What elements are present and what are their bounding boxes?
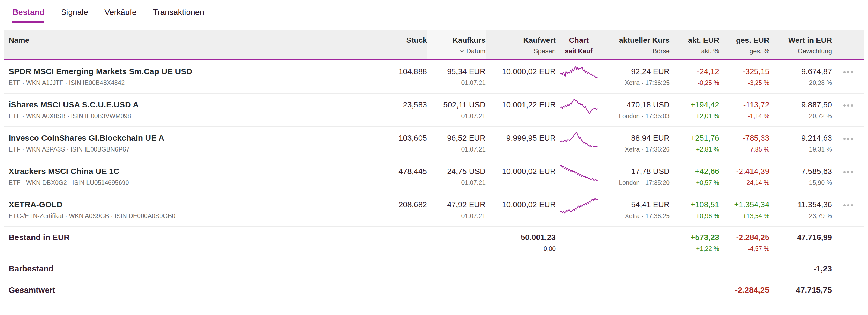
table-row: iShares MSCI USA S.C.U.E.USD A ETF · WKN… xyxy=(4,94,864,127)
akt-pct-value: +2,01 % xyxy=(670,113,719,119)
instrument-name-link[interactable]: XETRA-GOLD xyxy=(9,201,381,209)
kaufkurs-cell: 502,11 USD 01.07.21 xyxy=(427,94,486,127)
tab-transaktionen[interactable]: Transaktionen xyxy=(153,8,204,23)
row-more-options-button[interactable] xyxy=(842,103,854,108)
summary-akt-eur-value: +573,23 xyxy=(670,233,719,241)
kaufwert-value: 10.000,02 EUR xyxy=(486,201,556,209)
wert-cell: 9.674,87 20,28 % xyxy=(769,60,832,93)
akt-eur-value: +251,76 xyxy=(670,134,719,142)
sparkline-chart xyxy=(560,131,598,148)
wert-value: 9.674,87 xyxy=(769,67,832,75)
akt-pct-value: +2,81 % xyxy=(670,146,719,153)
gewichtung-value: 23,79 % xyxy=(769,213,832,219)
kaufwert-cell: 10.000,02 EUR xyxy=(486,194,556,226)
column-header-stueck[interactable]: Stück xyxy=(381,30,427,59)
name-cell: Invesco CoinShares Gl.Blockchain UE A ET… xyxy=(4,127,381,160)
barbestand-wert-cell: -1,23 xyxy=(769,265,832,273)
row-more-options-button[interactable] xyxy=(842,70,854,74)
column-label: Kaufkurs xyxy=(427,36,486,44)
table-row: Invesco CoinShares Gl.Blockchain UE A ET… xyxy=(4,127,864,160)
stueck-cell: 23,583 xyxy=(381,94,427,127)
sparkline-chart xyxy=(560,65,598,81)
gesamtwert-wert-value: 47.715,75 xyxy=(769,286,832,294)
column-sublabel: akt. % xyxy=(701,48,719,55)
column-header-ges-eur[interactable]: ges. EUR ges. % xyxy=(719,30,769,59)
stueck-value: 103,605 xyxy=(381,134,427,142)
column-header-kaufkurs[interactable]: Kaufkurs Datum xyxy=(427,30,486,59)
gewichtung-value: 20,28 % xyxy=(769,79,832,86)
menu-cell xyxy=(832,94,864,127)
tab-signale[interactable]: Signale xyxy=(61,8,88,23)
akt-eur-cell: +251,76 +2,81 % xyxy=(670,127,719,160)
ges-eur-cell: -785,33 -7,85 % xyxy=(719,127,769,160)
column-header-name[interactable]: Name xyxy=(4,30,381,59)
instrument-details: ETF · WKN A0X8SB · ISIN IE00B3VWM098 xyxy=(9,113,381,119)
column-header-wert-in-eur[interactable]: Wert in EUR Gewichtung xyxy=(769,30,832,59)
name-cell: XETRA-GOLD ETC-/ETN-Zertifikat · WKN A0S… xyxy=(4,194,381,226)
kauf-datum: 01.07.21 xyxy=(427,79,486,86)
column-label: ges. EUR xyxy=(719,36,769,44)
column-header-kaufwert[interactable]: Kaufwert Spesen xyxy=(486,30,556,59)
sparkline-chart xyxy=(560,198,598,215)
wert-value: 9.887,50 xyxy=(769,101,832,109)
kaufkurs-value: 96,52 EUR xyxy=(427,134,486,142)
wert-value: 7.585,63 xyxy=(769,167,832,175)
column-header-akt-eur[interactable]: akt. EUR akt. % xyxy=(670,30,719,59)
boerse-zeit: Xetra · 17:36:26 xyxy=(602,146,670,153)
bestand-in-eur-label: Bestand in EUR xyxy=(9,233,381,241)
summary-wert-cell: 47.716,99 xyxy=(769,227,832,258)
summary-label-cell: Bestand in EUR xyxy=(4,227,381,258)
row-more-options-button[interactable] xyxy=(842,203,854,208)
stueck-cell: 208,682 xyxy=(381,194,427,226)
tab-bestand[interactable]: Bestand xyxy=(12,8,44,23)
portfolio-tabs: Bestand Signale Verkäufe Transaktionen xyxy=(0,0,868,23)
kauf-datum: 01.07.21 xyxy=(427,146,486,153)
kaufwert-value: 10.000,02 EUR xyxy=(486,167,556,175)
instrument-name-link[interactable]: Invesco CoinShares Gl.Blockchain UE A xyxy=(9,134,381,142)
barbestand-row: Barbestand -1,23 xyxy=(4,258,864,279)
stueck-value: 104,888 xyxy=(381,67,427,75)
ges-eur-cell: -2.414,39 -24,14 % xyxy=(719,160,769,193)
barbestand-label-cell: Barbestand xyxy=(4,264,381,273)
instrument-name-link[interactable]: iShares MSCI USA S.C.U.E.USD A xyxy=(9,101,381,109)
akt-eur-cell: +108,51 +0,96 % xyxy=(670,194,719,226)
kauf-datum: 01.07.21 xyxy=(427,179,486,186)
summary-spesen-value: 0,00 xyxy=(486,245,556,252)
kaufwert-value: 10.000,02 EUR xyxy=(486,67,556,75)
wert-value: 11.354,36 xyxy=(769,201,832,209)
summary-ges-eur-cell: -2.284,25 -4,57 % xyxy=(719,227,769,258)
wert-cell: 9.887,50 20,72 % xyxy=(769,94,832,127)
aktueller-kurs-cell: 17,78 USD London · 17:35:20 xyxy=(602,160,670,193)
akt-pct-value: +0,96 % xyxy=(670,213,719,219)
tab-verkaeufe[interactable]: Verkäufe xyxy=(104,8,136,23)
column-header-chart[interactable]: Chart seit Kauf xyxy=(556,30,602,59)
table-body: SPDR MSCI Emerging Markets Sm.Cap UE USD… xyxy=(4,60,864,227)
stueck-cell: 103,605 xyxy=(381,127,427,160)
table-row: SPDR MSCI Emerging Markets Sm.Cap UE USD… xyxy=(4,60,864,94)
column-sublabel: Gewichtung xyxy=(798,48,832,55)
row-more-options-button[interactable] xyxy=(842,170,854,174)
ges-eur-value: +1.354,34 xyxy=(719,201,769,209)
ges-pct-value: -1,14 % xyxy=(719,113,769,119)
column-label: Chart xyxy=(556,36,602,44)
boerse-zeit: London · 17:35:20 xyxy=(602,179,670,186)
sparkline-chart xyxy=(560,98,598,115)
row-more-options-button[interactable] xyxy=(842,137,854,141)
gesamtwert-label: Gesamtwert xyxy=(9,285,381,295)
ges-eur-cell: +1.354,34 +13,54 % xyxy=(719,194,769,226)
barbestand-label: Barbestand xyxy=(9,264,381,273)
aktueller-kurs-value: 54,41 EUR xyxy=(602,201,670,209)
column-sublabel: Spesen xyxy=(534,48,556,55)
instrument-name-link[interactable]: Xtrackers MSCI China UE 1C xyxy=(9,167,381,175)
instrument-name-link[interactable]: SPDR MSCI Emerging Markets Sm.Cap UE USD xyxy=(9,67,381,75)
ges-pct-value: -24,14 % xyxy=(719,179,769,186)
column-header-aktueller-kurs[interactable]: aktueller Kurs Börse xyxy=(602,30,670,59)
wert-cell: 7.585,63 15,90 % xyxy=(769,160,832,193)
column-label: akt. EUR xyxy=(670,36,719,44)
instrument-details: ETF · WKN DBX0G2 · ISIN LU0514695690 xyxy=(9,179,381,186)
summary-wert-value: 47.716,99 xyxy=(769,233,832,241)
kaufkurs-value: 47,92 EUR xyxy=(427,201,486,209)
gesamtwert-ges-cell: -2.284,25 xyxy=(719,286,769,294)
ges-pct-value: -7,85 % xyxy=(719,146,769,153)
chart-cell xyxy=(556,127,602,160)
